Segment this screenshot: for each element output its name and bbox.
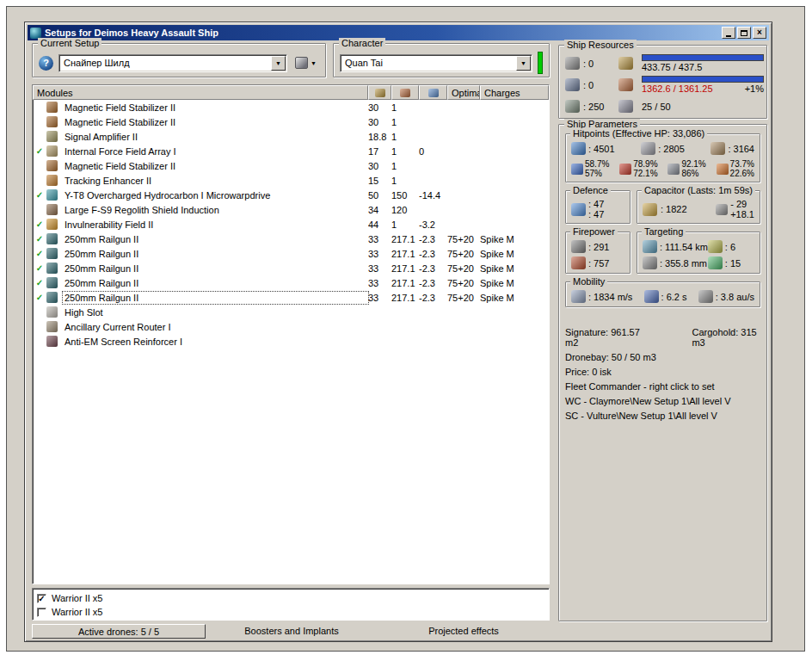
module-row[interactable]: Magnetic Field Stabilizer II301: [33, 100, 549, 114]
drone-label: Warrior II x5: [52, 607, 103, 617]
charges-column-header[interactable]: Charges: [480, 85, 549, 100]
module-optimal: 75+20: [447, 249, 480, 259]
module-cpu: 33: [368, 249, 391, 259]
module-cpu: 33: [368, 234, 391, 244]
module-name: Internal Force Field Array I: [63, 145, 368, 158]
railgun-icon: [46, 233, 58, 244]
module-row[interactable]: ✓250mm Railgun II33217.1-2.375+20Spike M: [33, 246, 549, 261]
turret-volley-icon: [571, 240, 586, 253]
drone-checkbox[interactable]: [37, 608, 46, 617]
capacitor-column-icon: [428, 89, 439, 97]
current-setup-label: Current Setup: [38, 38, 102, 49]
module-row[interactable]: ✓250mm Railgun II33217.1-2.375+20Spike M: [33, 290, 549, 305]
modules-table: Modules Optimal Charges Magnetic Field S…: [32, 84, 550, 584]
targeting-label: Targeting: [642, 226, 686, 238]
optimal-column-header[interactable]: Optimal: [447, 85, 480, 100]
module-charges: Spike M: [480, 293, 549, 303]
align-time-stat: : 6.2 s: [644, 290, 687, 303]
align-time-value: : 6.2 s: [661, 292, 687, 302]
launcher-hardpoints-value: : 0: [583, 80, 594, 90]
modules-column-header[interactable]: Modules: [33, 85, 368, 100]
defence-body: : 47 : 47: [571, 199, 624, 219]
defence-label: Defence: [570, 185, 611, 196]
module-name: Magnetic Field Stabilizer II: [63, 116, 368, 128]
tab-projected-effects[interactable]: Projected effects: [378, 624, 550, 639]
module-powergrid: 1: [391, 117, 419, 127]
firepower-body: : 291 : 757: [571, 240, 624, 269]
info-line: Price: 0 isk: [565, 367, 760, 377]
close-button[interactable]: ×: [753, 27, 766, 39]
warp-speed-stat: : 3.8 au/s: [698, 290, 754, 303]
module-row[interactable]: Signal Amplifier II18.81: [33, 129, 549, 144]
module-cpu: 33: [368, 293, 391, 303]
module-row[interactable]: Magnetic Field Stabilizer II301: [33, 158, 549, 173]
drone-item[interactable]: Warrior II x5: [37, 605, 544, 619]
magnetic-field-stabilizer-icon: [46, 102, 58, 113]
armor-hp: : 2805: [641, 142, 685, 155]
tab-active-drones[interactable]: Active drones: 5 / 5: [32, 624, 206, 639]
drones-list: ✓Warrior II x5Warrior II x5: [32, 588, 550, 621]
character-group: Character Quan Tai ▼: [333, 43, 550, 77]
module-row[interactable]: ✓250mm Railgun II33217.1-2.375+20Spike M: [33, 261, 549, 275]
minimize-button[interactable]: [722, 27, 735, 39]
anti-em-screen-reinforcer-icon: [46, 336, 58, 347]
module-row[interactable]: Tracking Enhancer II151: [33, 173, 549, 188]
help-icon[interactable]: ?: [39, 56, 53, 71]
module-powergrid: 1: [391, 219, 419, 230]
module-powergrid: 217.1: [391, 249, 419, 259]
module-row[interactable]: ✓250mm Railgun II33217.1-2.375+20Spike M: [33, 275, 549, 290]
character-dropdown-button[interactable]: ▼: [516, 56, 531, 71]
tab-boosters-implants[interactable]: Boosters and Implants: [206, 624, 378, 639]
character-select[interactable]: Quan Tai ▼: [340, 54, 532, 72]
module-name: Y-T8 Overcharged Hydrocarbon I Microwarp…: [63, 189, 368, 201]
module-row[interactable]: Ancillary Current Router I: [33, 319, 549, 334]
drone-checkbox[interactable]: ✓: [37, 594, 46, 603]
module-powergrid: 217.1: [391, 263, 419, 274]
magnetic-field-stabilizer-icon: [46, 116, 58, 127]
module-cpu: 33: [368, 278, 391, 288]
drone-item[interactable]: ✓Warrior II x5: [37, 591, 544, 605]
explosive-armor-resist: 22.6%: [730, 169, 754, 178]
module-row[interactable]: ✓Y-T8 Overcharged Hydrocarbon I Microwar…: [33, 188, 549, 202]
firepower-group: Firepower : 291 : 757: [565, 232, 631, 274]
kinetic-resist: 92.1% 86%: [667, 159, 705, 178]
cpu-column-header[interactable]: [368, 85, 391, 100]
invulnerability-field-icon: [46, 219, 58, 230]
module-cpu: 33: [368, 263, 391, 274]
module-name: Signal Amplifier II: [63, 131, 368, 143]
capacitor-label: Capacitor (Lasts: 1m 59s): [642, 185, 755, 196]
module-row[interactable]: ✓Invulnerability Field II441-3.2: [33, 217, 549, 232]
powergrid-column-header[interactable]: [391, 85, 419, 100]
titlebar[interactable]: Setups for Deimos Heavy Assault Ship ×: [28, 25, 769, 40]
info-line: SC - Vulture\New Setup 1\All level V: [565, 411, 760, 421]
maximize-button[interactable]: [737, 27, 751, 39]
module-row[interactable]: Anti-EM Screen Reinforcer I: [33, 334, 549, 349]
max-velocity-icon: [571, 290, 586, 303]
max-targets-icon: [708, 240, 723, 253]
screen: Setups for Deimos Heavy Assault Ship × C…: [0, 0, 812, 661]
info-line: Dronebay: 50 / 50 m3: [565, 352, 760, 362]
turret-hardpoints-icon: [565, 57, 580, 70]
capacitor-column-header[interactable]: [419, 85, 447, 100]
module-row[interactable]: Large F-S9 Regolith Shield Induction3412…: [33, 202, 549, 217]
module-charges: Spike M: [480, 263, 549, 274]
defence-value-2: : 47: [588, 209, 604, 219]
module-charges: Spike M: [480, 278, 549, 288]
tracking-enhancer-icon: [46, 175, 58, 186]
setup-select[interactable]: Снайпер Шилд ▼: [58, 54, 287, 72]
ship-info: Signature: 961.57 m2 Cargohold: 315 m3 D…: [565, 327, 760, 425]
module-row[interactable]: High Slot: [33, 305, 549, 319]
module-optimal: 75+20: [447, 293, 480, 303]
module-row[interactable]: Magnetic Field Stabilizer II301: [33, 114, 549, 129]
mobility-group: Mobility : 1834 m/s : 6.2 s: [565, 281, 760, 307]
module-cpu: 30: [368, 102, 391, 113]
railgun-icon: [46, 248, 58, 259]
setup-tools-button[interactable]: ▼: [292, 55, 319, 71]
character-selected-value: Quan Tai: [341, 55, 515, 71]
setup-dropdown-button[interactable]: ▼: [271, 56, 286, 71]
module-row[interactable]: ✓250mm Railgun II33217.1-2.375+20Spike M: [33, 232, 549, 246]
armor-hp-icon: [641, 142, 655, 155]
max-targets-stat: : 6: [708, 240, 754, 253]
max-velocity-value: : 1834 m/s: [588, 292, 632, 302]
module-row[interactable]: ✓Internal Force Field Array I1710: [33, 144, 549, 158]
